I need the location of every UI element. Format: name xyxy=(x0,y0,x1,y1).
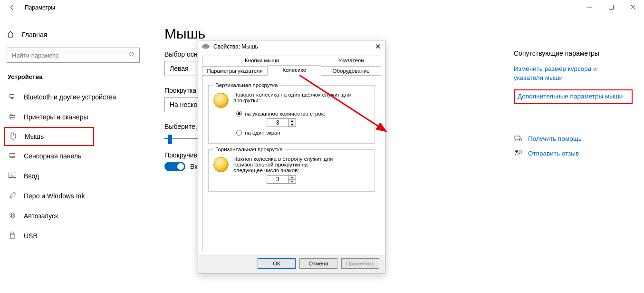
window-title: Параметры xyxy=(25,4,55,11)
cancel-button[interactable]: Отмена xyxy=(299,258,337,269)
svg-point-2 xyxy=(130,52,134,56)
sidebar-item-label: Сенсорная панель xyxy=(24,152,81,160)
svg-rect-1 xyxy=(609,5,614,10)
help-icon xyxy=(514,135,522,144)
svg-rect-13 xyxy=(9,173,16,177)
related-heading: Сопутствующие параметры xyxy=(514,49,633,57)
keyboard-icon xyxy=(8,173,17,180)
sidebar-item-printers[interactable]: Принтеры и сканеры xyxy=(7,107,140,127)
sidebar-item-label: Автозапуск xyxy=(24,212,58,220)
inactive-scroll-toggle[interactable] xyxy=(164,162,185,171)
link-text: Изменить размер курсора и xyxy=(514,65,597,72)
lines-spinbox[interactable]: ▲▼ xyxy=(267,118,296,127)
svg-rect-5 xyxy=(11,98,13,98)
link-text: Дополнительные параметры мыши xyxy=(518,93,623,100)
tab-pointer-options[interactable]: Параметры указателя xyxy=(202,66,268,76)
svg-rect-4 xyxy=(10,94,14,97)
back-button[interactable] xyxy=(6,1,19,14)
hscroll-desc: Наклон колесика в сторону служит для гор… xyxy=(233,156,338,173)
autoplay-icon xyxy=(8,212,17,220)
svg-point-22 xyxy=(516,150,518,152)
wheel-icon xyxy=(213,93,229,108)
svg-rect-6 xyxy=(10,115,15,117)
toggle-state-text: Вк xyxy=(190,163,197,170)
radio-lines[interactable] xyxy=(236,111,242,117)
ok-button[interactable]: ОК xyxy=(258,258,296,269)
combo-value: Левая xyxy=(170,65,189,72)
sidebar-item-label: USB xyxy=(24,232,38,240)
tab-wheel[interactable]: Колесико xyxy=(268,65,321,76)
sidebar-group-title: Устройства xyxy=(8,73,152,80)
sidebar-item-mouse[interactable]: Мышь xyxy=(4,127,94,146)
spin-up[interactable]: ▲ xyxy=(288,119,296,123)
dialog-icon xyxy=(202,44,210,49)
search-icon xyxy=(129,51,135,59)
wheel-icon xyxy=(213,157,229,172)
maximize-button[interactable] xyxy=(600,0,622,14)
sidebar-item-label: Мышь xyxy=(25,133,44,140)
sidebar-item-label: Bluetooth и другие устройства xyxy=(24,93,116,101)
svg-rect-7 xyxy=(11,114,14,115)
link-text[interactable]: Получить помощь xyxy=(528,135,582,144)
sidebar-item-label: Ввод xyxy=(24,172,39,180)
svg-rect-8 xyxy=(11,117,14,119)
feedback-icon xyxy=(514,149,522,158)
get-help-link[interactable]: Получить помощь xyxy=(514,135,633,144)
page-title: Мышь xyxy=(164,26,497,42)
search-input[interactable] xyxy=(11,51,129,59)
lines-spinbox-input[interactable] xyxy=(267,119,288,127)
horizontal-scroll-group: Горизонтальная прокрутка Наклон колесика… xyxy=(208,146,375,192)
vscroll-legend: Вертикальная прокрутка xyxy=(213,82,279,88)
hscroll-legend: Горизонтальная прокрутка xyxy=(213,146,285,152)
dialog-title: Свойства: Мышь xyxy=(213,43,258,50)
usb-icon xyxy=(8,232,17,241)
pen-icon xyxy=(8,192,17,200)
sidebar-item-typing[interactable]: Ввод xyxy=(7,166,140,186)
chars-spinbox-input[interactable] xyxy=(267,176,288,183)
search-input-container[interactable] xyxy=(7,48,140,63)
dialog-close-button[interactable]: ✕ xyxy=(367,42,381,51)
sidebar-home-label: Главная xyxy=(22,31,47,39)
sidebar-item-autoplay[interactable]: Автозапуск xyxy=(7,206,140,226)
toggle-knob xyxy=(177,163,184,170)
sidebar-home[interactable]: Главная xyxy=(7,25,152,45)
radio-lines-label: на указанное количество строк: xyxy=(245,111,325,117)
svg-rect-11 xyxy=(10,153,15,157)
spin-down[interactable]: ▼ xyxy=(288,123,296,127)
svg-line-3 xyxy=(133,55,135,57)
feedback-link[interactable]: Отправить отзыв xyxy=(514,149,633,158)
vertical-scroll-group: Вертикальная прокрутка Поворот колесика … xyxy=(208,82,375,144)
sidebar-item-touchpad[interactable]: Сенсорная панель xyxy=(7,146,140,166)
svg-rect-20 xyxy=(10,234,14,238)
related-link-additional-mouse[interactable]: Дополнительные параметры мыши xyxy=(514,89,633,104)
radio-screen-label: на один экран xyxy=(245,130,280,136)
sidebar-item-bluetooth[interactable]: Bluetooth и другие устройства xyxy=(7,87,140,107)
close-button[interactable] xyxy=(622,0,644,14)
radio-screen[interactable] xyxy=(236,130,242,136)
related-link-cursor-size[interactable]: Изменить размер курсора и указателя мыши xyxy=(514,65,633,83)
home-icon xyxy=(7,30,15,39)
sidebar-item-label: Принтеры и сканеры xyxy=(24,113,88,121)
spin-down[interactable]: ▼ xyxy=(288,180,296,184)
sidebar-item-usb[interactable]: USB xyxy=(7,226,140,246)
tab-pointers[interactable]: Указатели xyxy=(321,56,381,65)
sidebar-item-pen[interactable]: Перо и Windows Ink xyxy=(7,186,140,206)
slider-thumb[interactable] xyxy=(168,135,172,144)
sidebar-item-label: Перо и Windows Ink xyxy=(24,192,85,200)
printer-icon xyxy=(8,113,17,121)
apply-button[interactable]: Применить xyxy=(341,258,379,269)
touchpad-icon xyxy=(8,152,17,160)
tab-buttons[interactable]: Кнопки мыши xyxy=(202,56,321,65)
tab-hardware[interactable]: Оборудование xyxy=(321,66,381,76)
bluetooth-icon xyxy=(8,93,17,101)
minimize-button[interactable] xyxy=(578,0,600,14)
link-text: указателя мыши xyxy=(514,74,563,81)
radio-screen-row[interactable]: на один экран xyxy=(236,130,370,136)
svg-point-21 xyxy=(519,138,522,141)
chars-spinbox[interactable]: ▲▼ xyxy=(267,175,296,184)
spin-up[interactable]: ▲ xyxy=(288,176,296,180)
combo-value: На неско xyxy=(170,101,197,108)
mouse-properties-dialog: Свойства: Мышь ✕ Кнопки мыши Указатели П… xyxy=(198,40,385,274)
link-text[interactable]: Отправить отзыв xyxy=(528,149,579,158)
radio-lines-row[interactable]: на указанное количество строк: xyxy=(236,111,370,117)
